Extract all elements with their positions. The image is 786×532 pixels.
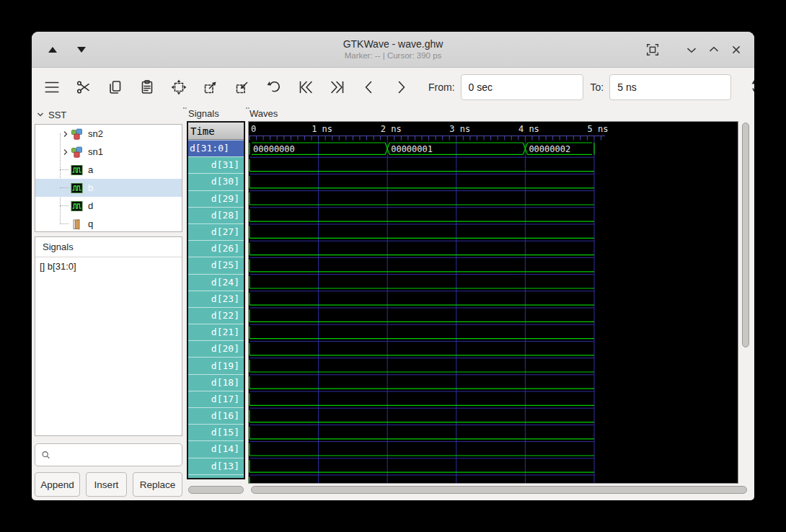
zoom-undo-button[interactable]	[262, 76, 286, 99]
from-label: From:	[428, 81, 455, 93]
signal-name-list: Time d[31:0]d[31]d[30]d[29]d[28]d[27]d[2…	[187, 121, 245, 479]
signal-row-partial[interactable]	[188, 474, 244, 479]
signal-row-d15[interactable]: d[15]	[188, 424, 244, 440]
signal-row-d16[interactable]: d[16]	[188, 407, 244, 424]
signal-row-d31[interactable]: d[31]	[188, 156, 244, 173]
triangle-up-icon	[48, 47, 57, 53]
minimize-icon	[684, 42, 699, 58]
signal-row-d18[interactable]: d[18]	[188, 374, 244, 391]
from-input[interactable]	[461, 74, 583, 100]
pane-handle-left[interactable]	[183, 107, 187, 110]
shift-right-button[interactable]	[389, 76, 412, 99]
menu-icon	[43, 78, 61, 97]
tree-guide-stub	[60, 223, 69, 224]
go-to-start-icon	[297, 79, 314, 96]
tree-item-label: a	[88, 164, 93, 175]
zoom-fit-button[interactable]	[167, 76, 190, 99]
chevron-right-icon	[61, 130, 70, 138]
zoom-out-button[interactable]	[231, 76, 254, 99]
signal-row-d25[interactable]: d[25]	[188, 257, 244, 273]
tree-item-d[interactable]: d	[35, 197, 182, 215]
to-input[interactable]	[609, 74, 731, 100]
shift-left-icon	[361, 79, 378, 96]
chevron-right-icon	[61, 148, 70, 156]
wave-vscrollbar[interactable]	[741, 121, 750, 484]
close-button[interactable]	[728, 42, 744, 58]
search-input[interactable]	[55, 450, 182, 461]
maximize-button[interactable]	[706, 42, 722, 58]
paste-button[interactable]	[136, 76, 159, 99]
go-to-end-button[interactable]	[326, 76, 349, 99]
tree-item-label: sn2	[88, 128, 103, 139]
signal-row-d19[interactable]: d[19]	[188, 357, 244, 373]
selected-signal-item[interactable]: [] b[31:0]	[35, 257, 182, 275]
signal-row-d17[interactable]: d[17]	[188, 391, 244, 407]
minimize-button[interactable]	[684, 42, 699, 58]
signal-icon	[71, 164, 83, 176]
svg-text:3 ns: 3 ns	[449, 124, 470, 134]
search-icon	[41, 449, 50, 461]
svg-text:00000002: 00000002	[529, 144, 570, 154]
action-buttons: Append Insert Replace	[35, 472, 185, 497]
signal-row-d26[interactable]: d[26]	[188, 240, 244, 257]
signal-row-d20[interactable]: d[20]	[188, 340, 244, 357]
signal-search	[35, 443, 182, 466]
time-header[interactable]: Time	[188, 123, 244, 140]
tree-item-q[interactable]: q	[35, 215, 182, 232]
signal-row-d24[interactable]: d[24]	[188, 274, 244, 291]
signal-row-d28[interactable]: d[28]	[188, 207, 244, 223]
sst-expander[interactable]: SST	[36, 108, 182, 121]
tree-guide-stub	[60, 187, 69, 188]
signal-list-hscrollbar[interactable]	[187, 484, 245, 495]
zoom-undo-icon	[265, 79, 283, 96]
toolbar: From: To:	[32, 68, 754, 107]
wave-canvas[interactable]: 01 ns2 ns3 ns4 ns5 ns0000000000000001000…	[248, 121, 738, 484]
signal-row-d29[interactable]: d[29]	[188, 190, 244, 207]
append-button[interactable]: Append	[35, 472, 80, 497]
tree-item-b[interactable]: b	[35, 179, 182, 197]
signal-row-d13[interactable]: d[13]	[188, 458, 244, 474]
tree-item-label: d	[88, 200, 93, 211]
marker-cursor-status: Marker: -- | Cursor: 390 ps	[345, 50, 442, 61]
shift-left-button[interactable]	[358, 76, 381, 99]
pane-handle-right[interactable]	[246, 107, 250, 110]
svg-text:2 ns: 2 ns	[381, 124, 402, 134]
tree-item-sn2[interactable]: sn2	[35, 125, 182, 143]
signal-row-d27[interactable]: d[27]	[188, 223, 244, 240]
signals-frame-label: Signals	[188, 108, 219, 119]
svg-text:0: 0	[251, 124, 256, 134]
signal-row-d30[interactable]: d[30]	[188, 173, 244, 190]
expand-chevron[interactable]	[61, 147, 71, 157]
replace-button[interactable]: Replace	[133, 472, 182, 497]
signal-row-d23[interactable]: d[23]	[188, 291, 244, 307]
tree-item-sn1[interactable]: sn1	[35, 143, 182, 161]
paste-icon	[138, 79, 156, 96]
svg-text:1 ns: 1 ns	[312, 124, 332, 134]
reload-button[interactable]	[747, 76, 754, 99]
waves-frame-label: Waves	[250, 108, 278, 119]
signals-panel-header: Signals	[35, 237, 182, 257]
window-title: GTKWave - wave.ghw	[343, 38, 443, 50]
fullscreen-toggle-button[interactable]	[645, 42, 661, 58]
insert-button[interactable]: Insert	[86, 472, 127, 497]
signal-icon	[71, 200, 83, 212]
signal-row-d22[interactable]: d[22]	[188, 307, 244, 324]
go-to-start-button[interactable]	[294, 76, 317, 99]
pane-down-button[interactable]	[74, 42, 89, 58]
pane-up-button[interactable]	[45, 42, 61, 58]
signal-row-d14[interactable]: d[14]	[188, 440, 244, 457]
fullscreen-toggle-icon	[645, 42, 661, 58]
sst-label: SST	[48, 110, 66, 120]
main-area: SST sn2sn1abdq Signals [] b[31:0] Append…	[32, 107, 754, 500]
zoom-in-button[interactable]	[199, 76, 222, 99]
cut-button[interactable]	[72, 76, 95, 99]
menu-button[interactable]	[40, 76, 63, 99]
reload-icon	[749, 78, 754, 97]
signal-row-d21[interactable]: d[21]	[188, 324, 244, 340]
signal-row-d310[interactable]: d[31:0]	[188, 140, 244, 156]
tree-item-a[interactable]: a	[35, 161, 182, 179]
svg-text:00000000: 00000000	[253, 144, 295, 154]
copy-button[interactable]	[104, 76, 127, 99]
expand-chevron[interactable]	[61, 129, 71, 139]
wave-hscrollbar[interactable]	[250, 484, 749, 495]
